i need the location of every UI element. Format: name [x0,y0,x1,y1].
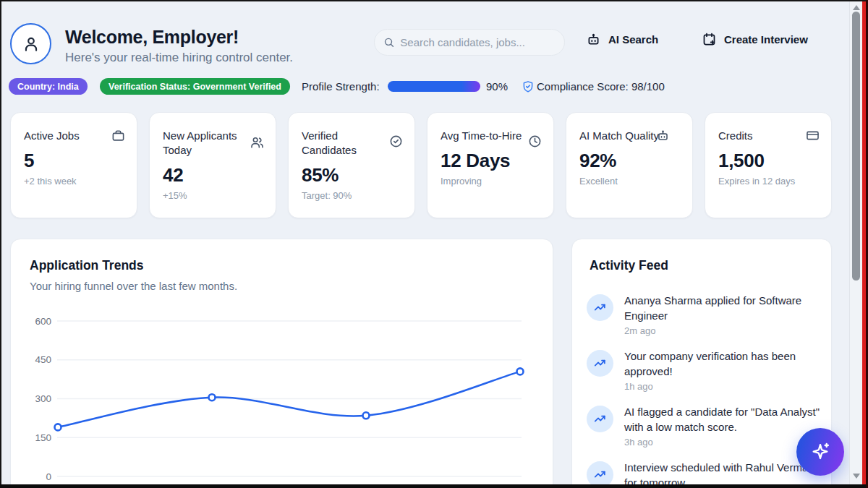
scroll-down-arrow[interactable] [853,474,860,479]
clock-icon [528,134,542,148]
profile-strength-label: Profile Strength: [302,80,380,93]
stat-label: New Applicants Today [163,129,248,158]
search-icon [383,36,394,48]
feed-item[interactable]: Ananya Sharma applied for Software Engin… [587,293,821,336]
svg-text:450: 450 [35,354,51,365]
stat-sub: +15% [163,190,263,201]
check-circle-icon [389,134,403,148]
robot-icon [586,32,601,47]
page-subtitle: Here's your real-time hiring control cen… [65,51,293,65]
avatar[interactable] [10,23,51,64]
feed-time: 1h ago [624,381,821,392]
stat-sub: Target: 90% [302,190,401,201]
frame-border [0,484,868,488]
scroll-up-arrow[interactable] [853,5,860,10]
stat-sub: +2 this week [24,176,124,187]
users-icon [250,136,264,150]
profile-strength-bar [388,81,480,92]
profile-strength-value: 90% [486,80,508,93]
ai-assistant-fab[interactable] [796,428,844,476]
trending-up-icon [587,406,613,432]
trends-title: Application Trends [30,258,144,273]
trend-line-chart: 6004503001500 [25,314,539,487]
stat-value: 85% [302,164,401,187]
stat-sub: Excellent [579,176,679,187]
stat-card-new-applicants[interactable]: New Applicants Today 42 +15% [149,112,276,218]
create-interview-label: Create Interview [724,33,808,46]
country-badge: Country: India [9,78,88,95]
stat-sub: Expires in 12 days [718,176,818,187]
create-interview-button[interactable]: Create Interview [702,32,808,47]
stat-card-avg-time-to-hire[interactable]: Avg Time-to-Hire 12 Days Improving [427,112,554,218]
stats-row: Active Jobs 5 +2 this week New Applicant… [10,112,832,218]
stat-label: AI Match Quality [579,129,666,143]
application-trends-card: Application Trends Your hiring funnel ov… [10,239,553,488]
scroll-thumb[interactable] [852,12,860,281]
stat-sub: Improving [441,176,540,187]
feed-text: AI flagged a candidate for "Data Analyst… [624,404,821,435]
feed-item[interactable]: Your company verification has been appro… [587,348,821,392]
credit-card-icon [806,129,820,142]
ai-search-label: AI Search [608,33,658,46]
svg-text:150: 150 [35,432,51,443]
stat-value: 5 [24,150,124,172]
stat-card-active-jobs[interactable]: Active Jobs 5 +2 this week [10,112,137,218]
feed-item[interactable]: AI flagged a candidate for "Data Analyst… [587,404,821,448]
stat-value: 42 [163,164,263,187]
activity-feed-list: Ananya Sharma applied for Software Engin… [587,293,821,488]
shield-check-icon [522,80,535,93]
svg-text:600: 600 [35,316,51,327]
feed-text: Your company verification has been appro… [624,348,821,379]
stat-label: Verified Candidates [302,129,387,158]
svg-text:0: 0 [46,471,51,482]
ai-search-button[interactable]: AI Search [586,32,658,47]
stat-label: Credits [718,129,804,143]
bot-icon [656,129,670,142]
compliance-score: Compliance Score: 98/100 [537,80,665,93]
trending-up-icon [587,294,613,321]
calendar-plus-icon [702,32,717,47]
activity-feed-title: Activity Feed [590,258,668,273]
stat-card-ai-match-quality[interactable]: AI Match Quality 92% Excellent [566,112,693,218]
stat-value: 92% [579,150,679,172]
search-input[interactable] [400,36,556,48]
svg-text:300: 300 [35,393,51,404]
vertical-scrollbar[interactable] [849,1,862,484]
stat-card-credits[interactable]: Credits 1,500 Expires in 12 days [705,112,832,218]
search-bar[interactable] [374,29,565,56]
person-icon [22,35,41,53]
briefcase-icon [111,129,125,142]
stat-value: 1,500 [718,150,818,172]
stat-label: Active Jobs [24,129,109,143]
trending-up-icon [587,350,613,377]
stat-label: Avg Time-to-Hire [441,129,526,143]
feed-time: 2m ago [624,325,821,336]
frame-border [0,0,868,1]
activity-feed-card: Activity Feed Ananya Sharma applied for … [571,239,832,488]
trends-subtitle: Your hiring funnel over the last few mon… [30,280,237,292]
dashboard-viewport: Welcome, Employer! Here's your real-time… [0,0,868,488]
sparkles-icon [810,442,830,462]
stat-card-verified-candidates[interactable]: Verified Candidates 85% Target: 90% [288,112,415,218]
frame-border [0,0,1,488]
page-title: Welcome, Employer! [65,27,239,48]
stat-value: 12 Days [441,150,540,172]
feed-text: Ananya Sharma applied for Software Engin… [624,293,821,323]
verification-badge: Verification Status: Government Verified [100,78,290,95]
feed-time: 3h ago [624,437,821,448]
